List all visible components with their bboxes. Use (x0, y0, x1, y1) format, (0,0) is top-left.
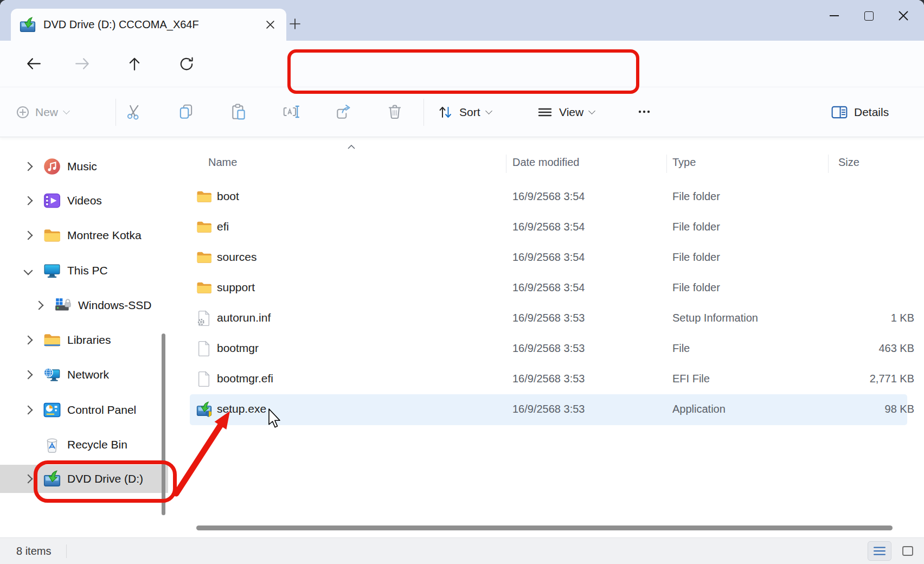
back-button[interactable] (18, 49, 49, 79)
column-header-size[interactable]: Size (838, 156, 859, 169)
delete-button[interactable] (380, 97, 410, 127)
file-row-autorun-inf[interactable]: autorun.inf 16/9/2568 3:53 Setup Informa… (172, 303, 924, 334)
chevron-right-icon[interactable] (24, 162, 33, 171)
file-name: sources (217, 251, 257, 264)
file-size: 2,771 KB (811, 373, 914, 385)
sidebar-item-recycle-bin[interactable]: Recycle Bin (0, 431, 168, 459)
close-tab-icon[interactable] (260, 15, 280, 35)
sidebar-item-music[interactable]: Music (0, 152, 168, 181)
sort-button[interactable]: Sort (437, 87, 491, 137)
horizontal-scrollbar[interactable] (196, 525, 893, 530)
column-header-type[interactable]: Type (672, 156, 696, 169)
sidebar-item-videos[interactable]: Videos (0, 187, 168, 215)
more-icon (636, 104, 652, 120)
sidebar-item-label: Videos (67, 194, 102, 207)
new-tab-icon[interactable] (282, 11, 308, 37)
cut-button[interactable] (119, 97, 149, 127)
large-icons-view-icon (901, 545, 914, 557)
file-name: setup.exe (217, 402, 266, 415)
this-pc-icon (43, 262, 61, 279)
paste-button[interactable] (223, 97, 254, 127)
file-date: 16/9/2568 3:54 (512, 221, 585, 233)
sidebar-item-network[interactable]: Network (0, 361, 168, 389)
refresh-button[interactable] (171, 49, 202, 79)
column-divider[interactable] (506, 155, 506, 173)
sort-icon (437, 104, 453, 120)
up-button[interactable] (119, 49, 150, 79)
toolbar: New (0, 87, 924, 137)
sidebar-item-windows-ssd[interactable]: Windows-SSD (0, 291, 168, 319)
large-icons-view-toggle[interactable] (896, 541, 920, 561)
chevron-down-icon[interactable] (24, 266, 33, 275)
chevron-right-icon[interactable] (24, 406, 33, 415)
file-row-boot[interactable]: boot 16/9/2568 3:54 File folder (172, 182, 924, 212)
details-pane-button[interactable]: Details (831, 87, 889, 137)
library-folder-icon (43, 331, 61, 349)
window-controls (817, 0, 921, 31)
file-row-efi[interactable]: efi 16/9/2568 3:54 File folder (172, 212, 924, 242)
recycle-bin-icon (43, 436, 61, 453)
delete-icon (386, 103, 403, 120)
column-divider[interactable] (666, 155, 667, 173)
column-header-name[interactable]: Name (208, 156, 237, 169)
setup-icon (20, 17, 36, 33)
cut-icon (125, 103, 143, 120)
sidebar-item-label: Network (67, 368, 109, 381)
file-row-bootmgr-efi[interactable]: bootmgr.efi 16/9/2568 3:53 EFI File 2,77… (172, 364, 924, 394)
file-date: 16/9/2568 3:54 (512, 281, 585, 294)
close-window-button[interactable] (886, 0, 921, 31)
toolbar-divider (116, 99, 116, 126)
videos-icon (43, 192, 61, 209)
share-button[interactable] (328, 97, 358, 127)
refresh-icon (178, 56, 195, 72)
rename-button[interactable] (275, 97, 306, 127)
minimize-button[interactable] (817, 0, 851, 31)
file-row-sources[interactable]: sources 16/9/2568 3:54 File folder (172, 242, 924, 273)
file-type: File folder (672, 281, 720, 294)
sort-ascending-icon (347, 144, 356, 150)
chevron-right-icon[interactable] (24, 336, 33, 345)
details-view-toggle[interactable] (868, 541, 891, 561)
chevron-right-icon[interactable] (24, 475, 33, 484)
minimize-icon (830, 15, 839, 16)
file-date: 16/9/2568 3:54 (512, 190, 585, 203)
view-button[interactable]: View (537, 87, 594, 137)
chevron-down-icon (63, 107, 70, 114)
sidebar-item-libraries[interactable]: Libraries (0, 326, 168, 354)
status-bar: 8 items (0, 537, 924, 564)
close-icon (898, 10, 909, 21)
file-row-setup-exe[interactable]: setup.exe 16/9/2568 3:53 Application 98 … (172, 394, 924, 425)
file-type: EFI File (672, 373, 710, 385)
sort-button-label: Sort (459, 106, 480, 119)
chevron-right-icon[interactable] (24, 370, 33, 380)
file-row-bootmgr[interactable]: bootmgr 16/9/2568 3:53 File 463 KB (172, 334, 924, 364)
sidebar-item-this-pc[interactable]: This PC (0, 257, 168, 285)
maximize-icon (864, 11, 874, 21)
forward-button[interactable] (67, 49, 98, 79)
more-options-button[interactable] (629, 97, 659, 127)
setup-information-file-icon (196, 310, 212, 326)
sidebar-item-control-panel[interactable]: Control Panel (0, 396, 168, 424)
file-name: efi (217, 220, 229, 233)
column-header-date-modified[interactable]: Date modified (512, 156, 579, 169)
sidebar-item-dvd-drive[interactable]: DVD Drive (D:) (0, 465, 168, 493)
items-count: 8 items (16, 545, 51, 557)
sidebar-item-user-folder[interactable]: Montree Kotka (0, 221, 168, 249)
rename-icon (282, 103, 299, 120)
column-divider[interactable] (828, 155, 829, 173)
chevron-right-icon[interactable] (24, 196, 33, 206)
maximize-button[interactable] (851, 0, 886, 31)
dvd-setup-icon (43, 470, 61, 488)
copy-button[interactable] (171, 97, 201, 127)
sidebar-scrollbar[interactable] (162, 334, 165, 515)
chevron-right-icon[interactable] (24, 231, 33, 240)
sidebar-item-label: This PC (67, 264, 108, 277)
back-arrow-icon (25, 57, 42, 71)
chevron-right-icon[interactable] (35, 301, 44, 310)
new-button[interactable]: New (16, 87, 69, 137)
chevron-down-icon (588, 107, 595, 114)
tab-dvd-drive[interactable]: DVD Drive (D:) CCCOMA_X64F (11, 9, 286, 41)
file-row-support[interactable]: support 16/9/2568 3:54 File folder (172, 273, 924, 303)
view-button-label: View (559, 106, 583, 119)
music-icon (43, 158, 61, 175)
